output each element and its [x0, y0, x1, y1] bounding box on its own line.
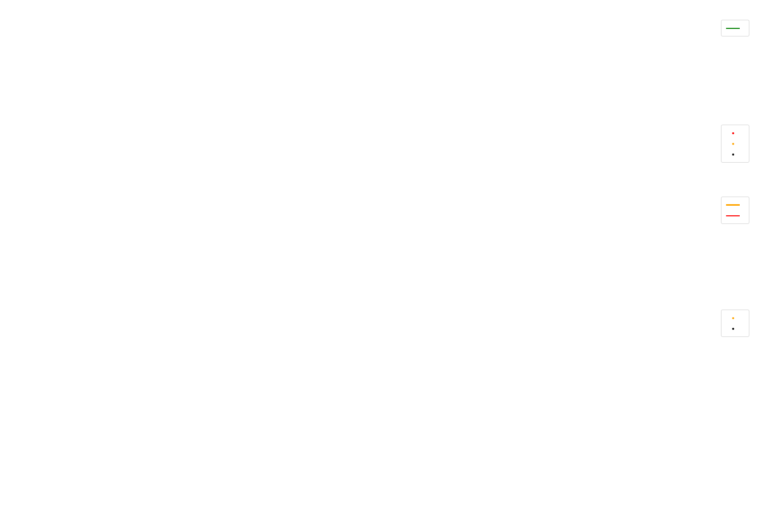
figure-canvas — [0, 0, 760, 532]
highlighted-dot-swatch — [726, 317, 740, 319]
legend-row-ok — [726, 323, 744, 334]
ok-dot-swatch — [726, 154, 740, 156]
ok-dot-swatch — [726, 328, 740, 330]
legend-row-highlighted — [726, 138, 744, 149]
legend-row-ok — [726, 149, 744, 160]
legend-row-not-ok — [726, 128, 744, 138]
legend-row-mag-obsid — [726, 200, 744, 210]
mag-obsid-line-swatch — [726, 204, 740, 206]
panel1-marker-legend — [721, 125, 749, 163]
panel2-marker-legend — [721, 310, 749, 337]
legend-row-mag — [726, 210, 744, 221]
legend-row-mag-agasc — [726, 23, 744, 33]
mag-agasc-line-swatch — [726, 28, 740, 29]
legend-row-highlighted — [726, 313, 744, 323]
figure-page: { "figure": {"width": 1500, "height": 10… — [0, 0, 760, 532]
mag-line-swatch — [726, 215, 740, 216]
highlighted-dot-swatch — [726, 143, 740, 145]
panel1-line-legend — [721, 20, 749, 36]
not-ok-dot-swatch — [726, 132, 740, 134]
panel2-line-legend — [721, 197, 749, 224]
